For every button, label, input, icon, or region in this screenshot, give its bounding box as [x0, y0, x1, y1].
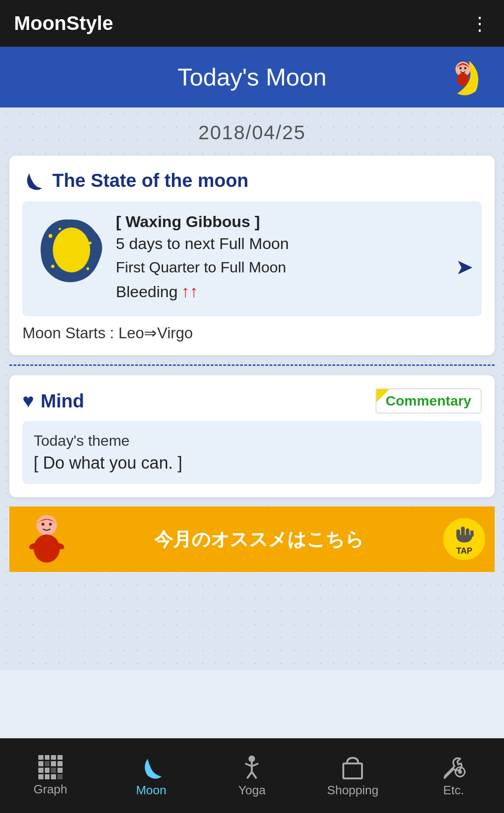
svg-point-10 [36, 515, 57, 535]
nav-item-etc[interactable]: Etc. [412, 754, 496, 798]
bottom-nav: Graph Moon Yoga Shopping [0, 738, 504, 813]
app-title: MoonStyle [14, 12, 113, 35]
nav-label-shopping: Shopping [327, 783, 378, 798]
section-divider [9, 364, 495, 366]
svg-point-6 [89, 242, 92, 244]
tap-button[interactable]: TAP [443, 518, 485, 560]
tap-hand-icon [453, 523, 476, 546]
main-content: 2018/04/25 The State of the moon [0, 107, 504, 670]
moon-info: [ Waxing Gibbous ] 5 days to next Full M… [116, 213, 472, 305]
tap-label: TAP [456, 546, 473, 556]
ad-text: 今月のオススメはこちら [75, 527, 443, 552]
grid-icon [38, 755, 63, 779]
ad-banner[interactable]: 今月のオススメはこちら TAP [9, 506, 495, 572]
svg-line-24 [245, 763, 252, 766]
moon-state-card: The State of the moon [ [9, 156, 495, 355]
mind-content-box: Today's theme [ Do what you can. ] [22, 421, 482, 484]
svg-point-9 [59, 228, 61, 230]
mind-theme: Today's theme [34, 432, 470, 449]
moon-state-header: The State of the moon [22, 169, 482, 192]
date-display: 2018/04/25 [9, 121, 495, 144]
svg-point-5 [49, 234, 52, 238]
moon-state-title: The State of the moon [52, 170, 248, 191]
nav-item-yoga[interactable]: Yoga [210, 754, 294, 798]
up-arrows-icon: ↑↑ [181, 282, 198, 301]
svg-line-27 [252, 772, 256, 778]
svg-line-26 [247, 772, 252, 778]
ad-character-icon [19, 511, 75, 567]
mind-text: [ Do what you can. ] [34, 453, 470, 473]
nav-item-moon[interactable]: Moon [109, 754, 193, 798]
banner-title: Today's Moon [177, 63, 327, 91]
crescent-moon-icon [22, 169, 46, 192]
etc-nav-icon [440, 754, 467, 780]
svg-point-8 [86, 267, 89, 270]
svg-point-1 [457, 73, 469, 86]
moon-phase-text: [ Waxing Gibbous ] [116, 213, 472, 231]
svg-point-30 [458, 770, 462, 774]
svg-point-13 [34, 535, 60, 563]
mind-header: ♥ Mind Commentary [22, 388, 482, 414]
svg-point-12 [49, 523, 52, 526]
header-banner: Today's Moon [0, 47, 504, 107]
moon-nav-icon [138, 754, 164, 780]
mind-card: ♥ Mind Commentary Today's theme [ Do wha… [9, 375, 495, 497]
moon-quarter-text: First Quarter to Full Moon [116, 259, 286, 276]
nav-item-graph[interactable]: Graph [8, 755, 92, 797]
moon-state-box: [ Waxing Gibbous ] 5 days to next Full M… [22, 201, 482, 316]
moon-sign-text: Moon Starts : Leo⇒Virgo [22, 324, 482, 342]
arrow-right-icon[interactable]: ➤ [456, 257, 472, 278]
waxing-gibbous-svg [34, 215, 104, 285]
moon-quarter-row: First Quarter to Full Moon ➤ [116, 257, 472, 278]
svg-point-7 [51, 265, 55, 268]
nav-label-graph: Graph [34, 782, 67, 797]
moon-days-text: 5 days to next Full Moon [116, 235, 472, 253]
bleeding-label: Bleeding [116, 283, 177, 301]
moon-mascot-icon [434, 51, 485, 103]
svg-point-22 [248, 756, 255, 762]
menu-button[interactable]: ⋮ [470, 13, 490, 34]
nav-item-shopping[interactable]: Shopping [311, 754, 395, 798]
svg-rect-28 [343, 763, 362, 778]
commentary-button[interactable]: Commentary [376, 388, 482, 414]
mind-left: ♥ Mind [22, 390, 84, 412]
app-bar: MoonStyle ⋮ [0, 0, 504, 47]
moon-phase-image [32, 213, 106, 287]
mind-title: Mind [41, 391, 84, 412]
svg-point-2 [460, 67, 462, 70]
moon-bleeding-row: Bleeding ↑↑ [116, 282, 472, 301]
nav-label-yoga: Yoga [238, 783, 265, 798]
svg-point-11 [42, 523, 44, 526]
yoga-nav-icon [239, 754, 265, 780]
shopping-nav-icon [340, 754, 366, 780]
svg-point-3 [464, 67, 467, 70]
nav-label-moon: Moon [136, 783, 166, 798]
heart-icon: ♥ [22, 390, 34, 412]
svg-line-25 [252, 763, 258, 766]
nav-label-etc: Etc. [443, 783, 464, 798]
svg-point-4 [53, 228, 90, 272]
